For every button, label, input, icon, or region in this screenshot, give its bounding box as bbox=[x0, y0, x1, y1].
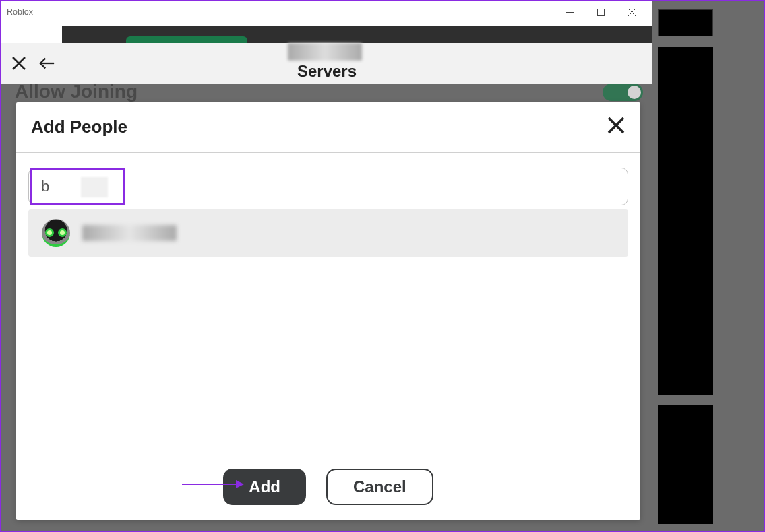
minimize-button[interactable] bbox=[554, 1, 585, 23]
result-username-redacted bbox=[82, 225, 177, 241]
allow-joining-label: Allow Joining bbox=[15, 81, 137, 102]
search-result-item[interactable] bbox=[28, 209, 628, 257]
app-window: Roblox Servers Allow Joining bbox=[1, 1, 652, 532]
modal-header: Add People bbox=[16, 102, 640, 153]
window-controls bbox=[554, 1, 647, 23]
side-panel bbox=[658, 47, 713, 395]
window-title: Roblox bbox=[7, 7, 554, 17]
page-title: Servers bbox=[297, 62, 357, 81]
add-people-modal: Add People bbox=[16, 102, 640, 520]
redacted-region bbox=[288, 43, 362, 61]
servers-header: Servers bbox=[1, 43, 652, 84]
side-panel bbox=[658, 9, 713, 36]
svg-rect-1 bbox=[597, 9, 604, 15]
side-panels bbox=[658, 9, 713, 532]
modal-overlay: Add People bbox=[1, 102, 652, 532]
cancel-button[interactable]: Cancel bbox=[326, 469, 433, 505]
modal-body bbox=[16, 153, 640, 459]
allow-joining-toggle[interactable] bbox=[603, 84, 643, 101]
maximize-button[interactable] bbox=[585, 1, 616, 23]
avatar bbox=[42, 219, 70, 247]
redacted-region bbox=[81, 177, 108, 197]
search-wrapper bbox=[28, 168, 628, 205]
annotation-arrow bbox=[182, 484, 243, 485]
window-titlebar: Roblox bbox=[1, 1, 652, 23]
close-icon[interactable] bbox=[11, 55, 27, 71]
window-close-button[interactable] bbox=[616, 1, 647, 23]
back-arrow-icon[interactable] bbox=[39, 55, 55, 71]
modal-title: Add People bbox=[31, 117, 607, 137]
header-strip bbox=[1, 23, 652, 43]
side-panel bbox=[658, 405, 713, 524]
modal-close-icon[interactable] bbox=[607, 116, 625, 137]
search-input[interactable] bbox=[28, 168, 628, 205]
modal-footer: Add Cancel bbox=[16, 459, 640, 520]
